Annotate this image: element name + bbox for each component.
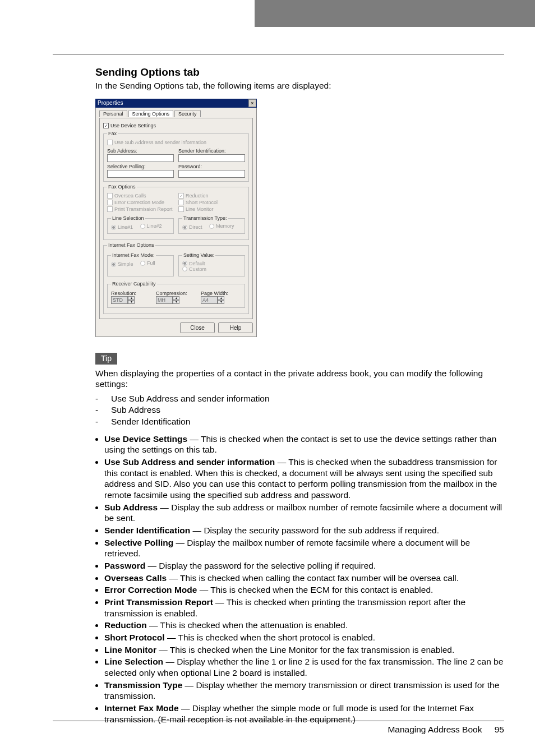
setting-value-legend: Setting Value: — [182, 252, 215, 258]
sub-address-input[interactable] — [107, 154, 174, 162]
properties-dialog: Properties × Personal Sending Options Se… — [95, 99, 257, 337]
rule-top — [53, 54, 504, 54]
sender-id-input[interactable] — [178, 154, 245, 162]
custom-radio[interactable]: Custom — [182, 266, 206, 272]
chevron-up-icon[interactable]: ▴ — [128, 296, 135, 300]
direct-radio[interactable]: Direct — [182, 224, 202, 230]
ifax-options-group: Internet Fax Options Internet Fax Mode: … — [103, 242, 249, 314]
definition-item: Overseas Calls — This is checked when ca… — [104, 573, 504, 584]
sub-address-label: Sub Address: — [107, 148, 174, 154]
memory-label: Memory — [216, 223, 234, 229]
compression-label: Compression: — [156, 291, 196, 296]
resolution-stepper[interactable]: ▴▾ — [111, 296, 135, 304]
definition-item: Line Monitor — This is checked when the … — [104, 644, 504, 656]
line-monitor-label: Line Monitor — [186, 206, 214, 212]
definition-term: Reduction — [104, 620, 147, 630]
chevron-down-icon[interactable]: ▾ — [218, 300, 224, 304]
checkbox-icon — [107, 206, 113, 212]
section-heading: Sending Options tab — [95, 66, 504, 79]
use-sub-sender-checkbox[interactable]: Use Sub Address and sender information — [107, 140, 245, 145]
chevron-up-icon[interactable]: ▴ — [173, 296, 179, 300]
definition-term: Internet Fax Mode — [104, 703, 179, 713]
help-button[interactable]: Help — [218, 322, 253, 333]
chevron-down-icon[interactable]: ▾ — [173, 300, 179, 304]
header-stripe — [255, 0, 535, 27]
simple-radio[interactable]: Simple — [111, 261, 133, 267]
definition-item: Use Sub Address and sender information —… — [104, 457, 504, 501]
tab-security[interactable]: Security — [174, 110, 201, 117]
tip-badge: Tip — [95, 353, 117, 365]
sender-id-label: Sender Identification: — [178, 148, 245, 154]
receiver-capability-group: Receiver Capability Resolution: ▴▾ Compr… — [107, 281, 245, 308]
sel-polling-input[interactable] — [107, 170, 174, 178]
password-input[interactable] — [178, 170, 245, 178]
definition-item: Line Selection — Display whether the lin… — [104, 656, 504, 678]
definitions-list: Use Device Settings — This is checked wh… — [95, 434, 504, 725]
definition-desc: — This is checked when the Line Monitor … — [156, 645, 454, 654]
chevron-up-icon[interactable]: ▴ — [218, 296, 224, 300]
sel-polling-label: Selective Polling: — [107, 164, 174, 169]
line1-radio[interactable]: Line#1 — [111, 224, 133, 230]
tx-type-legend: Transmission Type: — [182, 215, 228, 221]
tab-personal[interactable]: Personal — [99, 110, 127, 117]
full-radio[interactable]: Full — [140, 260, 155, 266]
definition-term: Password — [104, 561, 145, 570]
ecm-checkbox[interactable]: Error Correction Mode — [107, 200, 174, 205]
custom-label: Custom — [189, 266, 206, 272]
compression-stepper[interactable]: ▴▾ — [156, 296, 179, 304]
dialog-body: Personal Sending Options Security ✓ Use … — [95, 108, 257, 337]
default-radio[interactable]: Default — [182, 261, 205, 266]
definition-term: Short Protocol — [104, 633, 165, 642]
direct-label: Direct — [189, 224, 202, 230]
definition-desc: — This is checked when the ECM for this … — [197, 585, 433, 594]
fax-group: Fax Use Sub Address and sender informati… — [103, 131, 249, 182]
tip-item: Sub Address — [95, 404, 504, 416]
definition-item: Reduction — This is checked when the att… — [104, 620, 504, 631]
checkbox-icon — [107, 193, 113, 199]
definition-item: Selective Polling — Display the mailbox … — [104, 537, 504, 559]
resolution-value — [111, 296, 128, 304]
close-button[interactable]: Close — [180, 322, 215, 333]
definition-desc: — This is checked when calling the conta… — [167, 573, 459, 583]
compression-value — [156, 296, 173, 304]
use-device-settings-checkbox[interactable]: ✓ Use Device Settings — [103, 123, 249, 128]
checkbox-icon — [107, 200, 113, 205]
close-icon[interactable]: × — [248, 99, 256, 107]
ptr-checkbox[interactable]: Print Transmission Report — [107, 206, 174, 212]
dialog-title: Properties — [98, 99, 123, 108]
definition-item: Use Device Settings — This is checked wh… — [104, 434, 504, 455]
tip-item: Use Sub Address and sender information — [95, 393, 504, 405]
overseas-checkbox[interactable]: Oversea Calls — [107, 193, 174, 199]
receiver-capability-legend: Receiver Capability — [111, 281, 157, 287]
chevron-down-icon[interactable]: ▾ — [128, 300, 135, 304]
dialog-tabs: Personal Sending Options Security — [99, 110, 253, 117]
reduction-checkbox[interactable]: ✓Reduction — [178, 193, 245, 199]
dialog-titlebar: Properties × — [95, 99, 257, 108]
page-content: Sending Options tab In the Sending Optio… — [95, 66, 504, 726]
definition-term: Sub Address — [104, 503, 158, 512]
checkbox-icon — [178, 200, 184, 205]
line-monitor-checkbox[interactable]: Line Monitor — [178, 206, 245, 212]
dialog-buttons: Close Help — [99, 322, 253, 333]
definition-item: Print Transmission Report — This is chec… — [104, 597, 504, 619]
reduction-label: Reduction — [186, 193, 209, 199]
tab-pane: ✓ Use Device Settings Fax Use Sub Addres… — [99, 118, 253, 319]
tip-item: Sender Identification — [95, 416, 504, 428]
ecm-label: Error Correction Mode — [114, 200, 164, 205]
fax-options-group: Fax Options Oversea Calls Error Correcti… — [103, 184, 249, 240]
memory-radio[interactable]: Memory — [209, 223, 234, 229]
definition-term: Sender Identification — [104, 525, 190, 535]
short-proto-label: Short Protocol — [186, 200, 218, 205]
page-width-stepper[interactable]: ▴▾ — [201, 296, 224, 304]
checkbox-icon: ✓ — [103, 123, 109, 128]
definition-item: Transmission Type — Display whether the … — [104, 680, 504, 702]
definition-term: Selective Polling — [104, 538, 173, 547]
tip-paragraph: When displaying the properties of a cont… — [95, 368, 504, 390]
definition-desc: — Display the sub address or mailbox num… — [104, 503, 502, 523]
definition-desc: — Display the password for the selective… — [145, 561, 376, 570]
tab-sending-options[interactable]: Sending Options — [128, 110, 174, 117]
overseas-label: Oversea Calls — [114, 193, 146, 199]
section-intro: In the Sending Options tab, the followin… — [95, 81, 504, 91]
short-proto-checkbox[interactable]: Short Protocol — [178, 200, 245, 205]
line2-radio[interactable]: Line#2 — [140, 223, 162, 229]
